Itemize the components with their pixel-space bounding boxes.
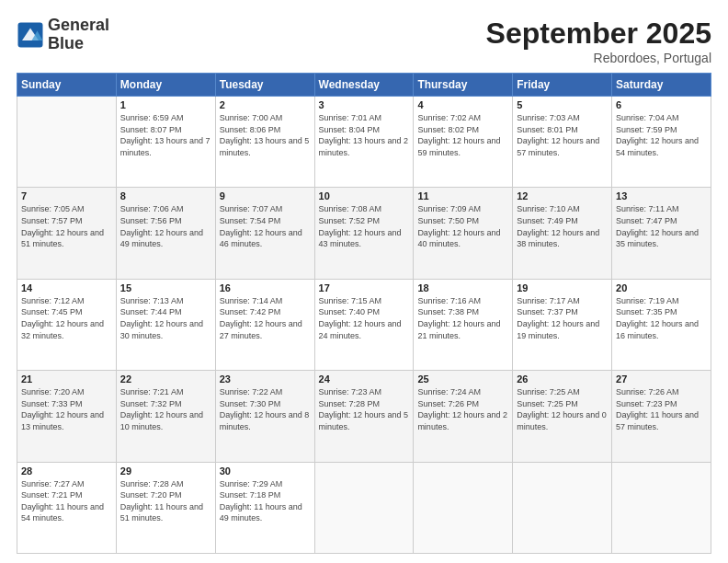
cell-date: 30 [220, 465, 311, 477]
calendar-week-row: 28 Sunrise: 7:27 AM Sunset: 7:21 PM Dayl… [17, 462, 711, 553]
cell-info: Sunrise: 7:23 AM Sunset: 7:28 PM Dayligh… [319, 386, 410, 432]
logo-line2: Blue [48, 35, 109, 53]
table-row: 22 Sunrise: 7:21 AM Sunset: 7:32 PM Dayl… [116, 371, 215, 462]
cell-date: 7 [21, 190, 112, 201]
cell-info: Sunrise: 7:11 AM Sunset: 7:47 PM Dayligh… [616, 203, 707, 249]
table-row: 26 Sunrise: 7:25 AM Sunset: 7:25 PM Dayl… [513, 371, 612, 462]
table-row: 21 Sunrise: 7:20 AM Sunset: 7:33 PM Dayl… [17, 371, 117, 462]
cell-date: 23 [220, 373, 311, 385]
cell-info: Sunrise: 7:10 AM Sunset: 7:49 PM Dayligh… [517, 203, 608, 249]
title-block: September 2025 Rebordoes, Portugal [486, 17, 711, 65]
cell-info: Sunrise: 7:13 AM Sunset: 7:44 PM Dayligh… [120, 295, 211, 341]
logo-text: General Blue [48, 17, 109, 53]
table-row: 10 Sunrise: 7:08 AM Sunset: 7:52 PM Dayl… [314, 188, 414, 279]
cell-info: Sunrise: 7:17 AM Sunset: 7:37 PM Dayligh… [517, 295, 608, 341]
cell-date: 3 [319, 99, 410, 110]
cell-date: 19 [517, 282, 608, 293]
cell-info: Sunrise: 7:28 AM Sunset: 7:20 PM Dayligh… [120, 478, 211, 524]
table-row: 27 Sunrise: 7:26 AM Sunset: 7:23 PM Dayl… [612, 371, 711, 462]
cell-info: Sunrise: 7:07 AM Sunset: 7:54 PM Dayligh… [220, 203, 311, 249]
cell-date: 13 [616, 190, 707, 201]
table-row: 12 Sunrise: 7:10 AM Sunset: 7:49 PM Dayl… [513, 188, 612, 279]
cell-info: Sunrise: 7:19 AM Sunset: 7:35 PM Dayligh… [616, 295, 707, 341]
table-row: 6 Sunrise: 7:04 AM Sunset: 7:59 PM Dayli… [612, 97, 711, 188]
cell-date: 4 [417, 99, 508, 110]
cell-date: 27 [616, 373, 707, 385]
cell-date: 20 [616, 282, 707, 293]
cell-date: 8 [120, 190, 211, 201]
header-thursday: Thursday [414, 74, 513, 97]
cell-info: Sunrise: 7:26 AM Sunset: 7:23 PM Dayligh… [616, 386, 707, 432]
header-tuesday: Tuesday [215, 74, 314, 97]
cell-info: Sunrise: 7:01 AM Sunset: 8:04 PM Dayligh… [319, 112, 410, 158]
cell-date: 10 [319, 190, 410, 201]
cell-date: 12 [517, 190, 608, 201]
table-row: 15 Sunrise: 7:13 AM Sunset: 7:44 PM Dayl… [116, 279, 215, 370]
cell-info: Sunrise: 7:04 AM Sunset: 7:59 PM Dayligh… [616, 112, 707, 158]
cell-info: Sunrise: 7:09 AM Sunset: 7:50 PM Dayligh… [417, 203, 508, 249]
table-row: 13 Sunrise: 7:11 AM Sunset: 7:47 PM Dayl… [612, 188, 711, 279]
cell-info: Sunrise: 7:06 AM Sunset: 7:56 PM Dayligh… [120, 203, 211, 249]
table-row: 18 Sunrise: 7:16 AM Sunset: 7:38 PM Dayl… [414, 279, 513, 370]
cell-info: Sunrise: 7:00 AM Sunset: 8:06 PM Dayligh… [220, 112, 311, 158]
cell-info: Sunrise: 7:15 AM Sunset: 7:40 PM Dayligh… [319, 295, 410, 341]
header-wednesday: Wednesday [314, 74, 414, 97]
table-row [17, 97, 117, 188]
table-row [513, 462, 612, 553]
calendar-week-row: 21 Sunrise: 7:20 AM Sunset: 7:33 PM Dayl… [17, 371, 711, 462]
cell-info: Sunrise: 7:16 AM Sunset: 7:38 PM Dayligh… [417, 295, 508, 341]
weekday-header-row: Sunday Monday Tuesday Wednesday Thursday… [17, 74, 711, 97]
page: General Blue September 2025 Rebordoes, P… [0, 0, 728, 563]
cell-info: Sunrise: 7:12 AM Sunset: 7:45 PM Dayligh… [21, 295, 112, 341]
cell-info: Sunrise: 7:29 AM Sunset: 7:18 PM Dayligh… [220, 478, 311, 524]
calendar-table: Sunday Monday Tuesday Wednesday Thursday… [17, 73, 711, 554]
calendar-week-row: 14 Sunrise: 7:12 AM Sunset: 7:45 PM Dayl… [17, 279, 711, 370]
cell-date: 2 [220, 99, 311, 110]
header: General Blue September 2025 Rebordoes, P… [17, 17, 711, 65]
cell-date: 17 [319, 282, 410, 293]
table-row: 20 Sunrise: 7:19 AM Sunset: 7:35 PM Dayl… [612, 279, 711, 370]
header-friday: Friday [513, 74, 612, 97]
cell-info: Sunrise: 7:22 AM Sunset: 7:30 PM Dayligh… [220, 386, 311, 432]
table-row: 7 Sunrise: 7:05 AM Sunset: 7:57 PM Dayli… [17, 188, 117, 279]
table-row: 11 Sunrise: 7:09 AM Sunset: 7:50 PM Dayl… [414, 188, 513, 279]
table-row: 29 Sunrise: 7:28 AM Sunset: 7:20 PM Dayl… [116, 462, 215, 553]
header-sunday: Sunday [17, 74, 117, 97]
table-row [314, 462, 414, 553]
cell-info: Sunrise: 7:03 AM Sunset: 8:01 PM Dayligh… [517, 112, 608, 158]
table-row: 3 Sunrise: 7:01 AM Sunset: 8:04 PM Dayli… [314, 97, 414, 188]
logo-line1: General [48, 17, 109, 35]
cell-info: Sunrise: 7:02 AM Sunset: 8:02 PM Dayligh… [417, 112, 508, 158]
cell-info: Sunrise: 7:20 AM Sunset: 7:33 PM Dayligh… [21, 386, 112, 432]
cell-date: 28 [21, 465, 112, 477]
table-row: 4 Sunrise: 7:02 AM Sunset: 8:02 PM Dayli… [414, 97, 513, 188]
calendar-week-row: 1 Sunrise: 6:59 AM Sunset: 8:07 PM Dayli… [17, 97, 711, 188]
cell-date: 6 [616, 99, 707, 110]
calendar-subtitle: Rebordoes, Portugal [486, 51, 711, 65]
table-row: 5 Sunrise: 7:03 AM Sunset: 8:01 PM Dayli… [513, 97, 612, 188]
cell-date: 24 [319, 373, 410, 385]
cell-date: 21 [21, 373, 112, 385]
table-row: 16 Sunrise: 7:14 AM Sunset: 7:42 PM Dayl… [215, 279, 314, 370]
cell-date: 11 [417, 190, 508, 201]
cell-date: 15 [120, 282, 211, 293]
cell-info: Sunrise: 7:25 AM Sunset: 7:25 PM Dayligh… [517, 386, 608, 432]
cell-info: Sunrise: 7:24 AM Sunset: 7:26 PM Dayligh… [417, 386, 508, 432]
calendar-title: September 2025 [486, 17, 711, 51]
cell-info: Sunrise: 7:14 AM Sunset: 7:42 PM Dayligh… [220, 295, 311, 341]
cell-info: Sunrise: 7:05 AM Sunset: 7:57 PM Dayligh… [21, 203, 112, 249]
table-row [612, 462, 711, 553]
cell-date: 26 [517, 373, 608, 385]
cell-date: 16 [220, 282, 311, 293]
cell-info: Sunrise: 7:21 AM Sunset: 7:32 PM Dayligh… [120, 386, 211, 432]
cell-info: Sunrise: 6:59 AM Sunset: 8:07 PM Dayligh… [120, 112, 211, 158]
table-row: 14 Sunrise: 7:12 AM Sunset: 7:45 PM Dayl… [17, 279, 117, 370]
cell-date: 14 [21, 282, 112, 293]
table-row: 30 Sunrise: 7:29 AM Sunset: 7:18 PM Dayl… [215, 462, 314, 553]
cell-date: 5 [517, 99, 608, 110]
cell-date: 1 [120, 99, 211, 110]
table-row: 8 Sunrise: 7:06 AM Sunset: 7:56 PM Dayli… [116, 188, 215, 279]
table-row: 17 Sunrise: 7:15 AM Sunset: 7:40 PM Dayl… [314, 279, 414, 370]
logo: General Blue [17, 17, 109, 53]
cell-info: Sunrise: 7:08 AM Sunset: 7:52 PM Dayligh… [319, 203, 410, 249]
